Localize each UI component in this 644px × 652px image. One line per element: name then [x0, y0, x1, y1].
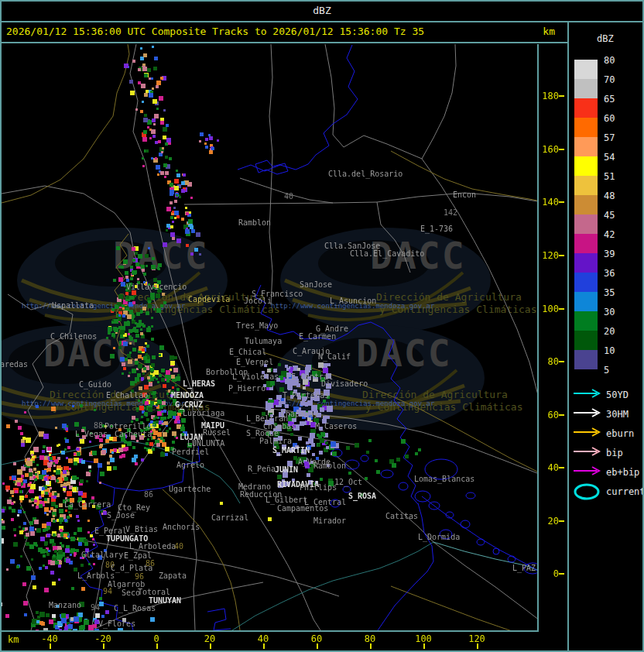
map-label: SanJose — [300, 281, 332, 289]
map-label: L_HERAS — [183, 380, 215, 388]
legend-label: eb+bip — [606, 467, 639, 478]
bottom-axis-tick-mark — [370, 643, 372, 649]
map-label: Uspallata — [52, 302, 94, 310]
map-label: L_Dormida — [418, 534, 460, 541]
map-label: Cacheuta — [115, 431, 152, 438]
dbz-scale-label: 39 — [604, 249, 635, 259]
map-label: Luzuriaga — [183, 410, 224, 417]
right-axis-tick-label: 100 — [539, 304, 559, 314]
map-label: L_PAZ — [512, 564, 536, 572]
right-axis-tick-mark — [559, 308, 564, 310]
map-label: S_Jose — [107, 512, 135, 520]
map-label: E_Vergel — [236, 359, 273, 366]
legend-item-eburn: eburn — [572, 426, 644, 443]
dbz-scale-label: 51 — [604, 172, 635, 181]
map-label: 94 — [103, 588, 112, 595]
map-label: R_Peña — [248, 465, 276, 473]
header-bar: 2026/01/12 15:36:00 UTC Composite Tracks… — [2, 22, 567, 43]
map-label: Jocoli — [244, 297, 272, 305]
map-label: Anchoris — [163, 523, 200, 531]
map-label: 88 — [94, 422, 103, 430]
map-label: C_Chilenos — [50, 333, 97, 341]
timestamp-text: 2026/01/12 15:36:00 UTC Composite Tracks… — [6, 22, 424, 41]
dbz-swatch — [574, 292, 598, 311]
map-label: L_Vegas — [75, 431, 108, 438]
right-axis-tick-label: 60 — [539, 410, 559, 420]
map-label: Ugarteche — [169, 486, 211, 493]
map-label: 142 — [444, 209, 457, 217]
right-axis-tick-mark — [559, 520, 564, 522]
50YD-arrow-icon — [572, 387, 605, 400]
radar-app-window: dBZ 2026/01/12 15:36:00 UTC Composite Tr… — [0, 0, 644, 652]
map-label: Ramblon — [313, 462, 346, 470]
bottom-axis-tick-label: 20 — [193, 633, 227, 644]
dbz-swatch — [574, 214, 598, 234]
map-label: aredas — [2, 361, 28, 369]
legend-item-eb-bip: eb+bip — [572, 465, 644, 482]
map-label: L_Arbols — [77, 572, 115, 580]
map-label: Ramblon — [238, 219, 271, 227]
map-label: Perdriel — [172, 448, 209, 456]
map-label: Agrelo — [176, 462, 204, 469]
bottom-axis-tick-label: 120 — [460, 633, 494, 644]
dbz-swatch — [574, 156, 598, 176]
dbz-scale-label: 70 — [604, 75, 635, 84]
map-label: N_Calif — [318, 353, 351, 361]
bottom-axis-tick-mark — [263, 643, 265, 649]
bottom-axis-tick-mark — [317, 643, 318, 649]
30HM-arrow-icon — [572, 407, 605, 419]
page-title: dBZ — [313, 5, 331, 16]
dbz-scale-label: 30 — [604, 307, 635, 317]
map-label: Clla.del_Rosario — [328, 170, 402, 178]
right-axis-tick-label: 180 — [539, 91, 559, 101]
map-label: Phillips — [300, 484, 337, 492]
map-label: C_L_Rosas — [114, 605, 156, 613]
map-label: La_Carrera — [64, 501, 111, 509]
bottom-axis-tick-mark — [210, 643, 211, 649]
map-label: Totoral — [138, 589, 170, 596]
bottom-axis-tick-label: -40 — [33, 633, 67, 644]
right-axis-tick-label: 80 — [539, 357, 559, 366]
map-area[interactable]: DACCDirección de Agriculturay Contingenc… — [2, 44, 539, 632]
legend-item-bip: bip — [572, 445, 644, 462]
map-label: 40 — [174, 543, 183, 551]
map-label: 94 — [91, 604, 100, 612]
dbz-scale-label: 10 — [604, 346, 635, 355]
map-label: L_Arboleda — [129, 543, 176, 551]
legend-item-current: current — [572, 484, 644, 501]
bottom-axis-tick-label: -20 — [86, 633, 120, 644]
map-label: Villavicencio — [126, 283, 187, 291]
right-axis-tick-label: 160 — [539, 145, 559, 154]
dbz-swatch — [574, 137, 598, 156]
map-label: S_ROSA — [348, 492, 376, 500]
map-label: Catitas — [385, 513, 418, 520]
map-label: G_CRUZ — [175, 401, 203, 409]
bip-arrow-icon — [572, 445, 605, 458]
map-label: Mirador — [313, 517, 346, 525]
map-label: E_Carmen — [299, 333, 336, 341]
map-label: Gltallary — [81, 551, 123, 559]
map-label: 12_Oct — [334, 479, 362, 486]
map-label: L_Asuncion — [330, 297, 376, 305]
map-label: Carrizal — [211, 514, 248, 522]
map-label: LUNLUNTA — [187, 440, 224, 448]
right-axis-tick-label: 20 — [539, 516, 559, 526]
scale-title: dBZ — [597, 33, 614, 44]
dbz-scale-label: 48 — [604, 191, 635, 201]
right-axis-tick-mark — [559, 414, 564, 416]
map-labels-layer: Clla.del_RosarioEncon142E_1-736Ramblon40… — [2, 44, 537, 630]
bottom-axis-tick-label: 0 — [139, 633, 173, 644]
dbz-scale-label: 5 — [604, 365, 635, 375]
map-label: Lomas_Blancas — [414, 475, 474, 483]
map-label: MENDOZA — [171, 392, 204, 400]
bottom-axis-tick-mark — [50, 643, 51, 649]
map-label: Clla.El_Cavadito — [350, 250, 424, 258]
legend-label: current — [606, 486, 644, 497]
dbz-scale-label: 57 — [604, 133, 635, 142]
legend-label: 30HM — [606, 409, 629, 420]
eburn-arrow-icon — [572, 426, 605, 438]
dbz-swatch — [574, 273, 598, 292]
map-label: P_Hierro — [228, 385, 265, 393]
map-label: JUNIN — [275, 466, 298, 474]
map-label: T_Porteñas — [283, 392, 329, 400]
